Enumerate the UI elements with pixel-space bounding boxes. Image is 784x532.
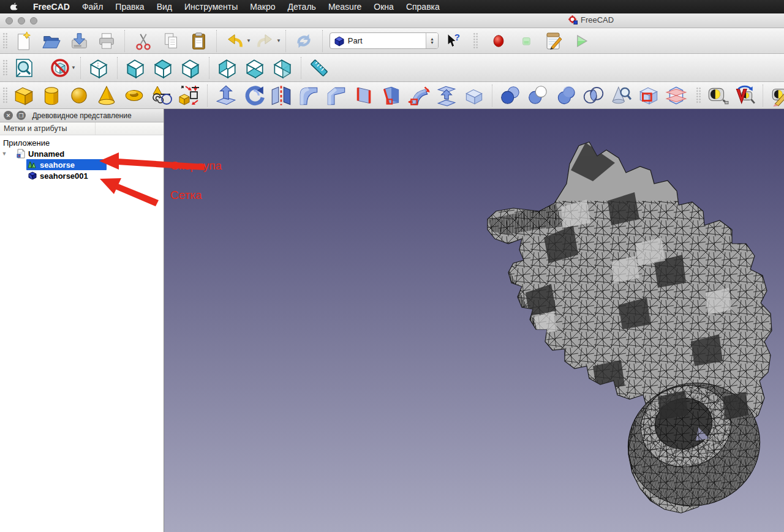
intersection-button[interactable] bbox=[579, 84, 607, 107]
boolean-button[interactable] bbox=[497, 84, 524, 107]
paste-button[interactable] bbox=[184, 29, 212, 53]
part-cylinder-button[interactable] bbox=[37, 84, 65, 107]
close-window-button[interactable] bbox=[6, 17, 13, 24]
copy-button[interactable] bbox=[157, 29, 184, 53]
part-sphere-button[interactable] bbox=[65, 84, 92, 107]
tree-root-application[interactable]: Приложение bbox=[0, 137, 164, 148]
draw-style-dropdown-arrow[interactable]: ▼ bbox=[71, 65, 76, 70]
toolbar-grip[interactable] bbox=[696, 87, 701, 104]
menu-help[interactable]: Справка bbox=[400, 0, 446, 13]
panel-float-icon[interactable]: ❐ bbox=[17, 111, 26, 120]
part-box-button[interactable] bbox=[10, 84, 37, 107]
tree-column-header[interactable]: Метки и атрибуты bbox=[0, 122, 164, 135]
macro-record-icon bbox=[489, 32, 508, 50]
cut-button[interactable] bbox=[129, 29, 157, 53]
new-document-button[interactable] bbox=[10, 29, 37, 53]
measure-annotation-button[interactable] bbox=[767, 84, 784, 107]
tree-item-seahorse[interactable]: seahorse bbox=[0, 159, 164, 170]
freecad-logo-icon bbox=[568, 15, 578, 24]
expander-icon[interactable]: ▼ bbox=[0, 151, 9, 157]
menu-part[interactable]: Деталь bbox=[282, 0, 322, 13]
view-top-button[interactable] bbox=[149, 56, 177, 80]
workbench-stepper[interactable]: ▲▼ bbox=[426, 33, 438, 48]
menu-file[interactable]: Файл bbox=[76, 0, 109, 13]
view-rear-button[interactable] bbox=[214, 56, 241, 80]
workbench-selector[interactable]: Part ▲▼ bbox=[330, 32, 439, 49]
menu-tools[interactable]: Инструменты bbox=[178, 0, 244, 13]
sweep-icon bbox=[407, 84, 431, 107]
minimize-window-button[interactable] bbox=[18, 17, 25, 24]
toolbar-grip[interactable] bbox=[2, 59, 7, 77]
mirror-button[interactable] bbox=[267, 84, 295, 107]
shape-builder-button[interactable] bbox=[175, 84, 203, 107]
check-geometry-button[interactable] bbox=[607, 84, 635, 107]
draw-style-button[interactable] bbox=[46, 56, 74, 80]
view-right-button[interactable] bbox=[177, 56, 205, 80]
view-bottom-button[interactable] bbox=[241, 56, 269, 80]
window-title-bar: FreeCAD bbox=[0, 13, 784, 28]
svg-text:?: ? bbox=[454, 32, 459, 42]
undo-dropdown-arrow[interactable]: ▼ bbox=[246, 38, 251, 43]
part-primitives-button[interactable] bbox=[148, 84, 175, 107]
extrude-button[interactable] bbox=[212, 84, 239, 107]
toolbar-grip[interactable] bbox=[473, 32, 478, 50]
view-left-button[interactable] bbox=[269, 56, 296, 80]
defeaturing-button[interactable] bbox=[635, 84, 662, 107]
measure-toggle-button[interactable] bbox=[306, 56, 333, 80]
save-button[interactable] bbox=[65, 29, 92, 53]
offset-button[interactable] bbox=[460, 84, 488, 107]
revolve-button[interactable] bbox=[239, 84, 267, 107]
macro-record-button[interactable] bbox=[485, 29, 513, 53]
menu-macro[interactable]: Макро bbox=[244, 0, 281, 13]
open-button[interactable] bbox=[37, 29, 65, 53]
ruled-surface-icon bbox=[380, 84, 403, 107]
defeaturing-icon bbox=[637, 84, 660, 107]
menu-freecad[interactable]: FreeCAD bbox=[27, 0, 76, 13]
measure-linear-button[interactable] bbox=[703, 84, 731, 107]
macro-edit-button[interactable] bbox=[540, 29, 568, 53]
undo-button[interactable] bbox=[221, 29, 249, 53]
panel-close-icon[interactable]: ✕ bbox=[4, 111, 13, 120]
ruler-icon bbox=[307, 56, 331, 80]
part-torus-button[interactable] bbox=[120, 84, 148, 107]
seahorse-label: seahorse bbox=[40, 160, 75, 170]
redo-dropdown-arrow[interactable]: ▼ bbox=[276, 38, 281, 43]
cross-sections-button[interactable] bbox=[662, 84, 690, 107]
tree-item-seahorse001[interactable]: seahorse001 bbox=[0, 170, 164, 181]
measure-angular-button[interactable] bbox=[731, 84, 758, 107]
zoom-window-button[interactable] bbox=[30, 17, 37, 24]
sweep-button[interactable] bbox=[405, 84, 432, 107]
cut-boolean-button[interactable] bbox=[524, 84, 552, 107]
apple-menu[interactable] bbox=[0, 2, 27, 12]
menu-windows[interactable]: Окна bbox=[368, 0, 400, 13]
view-front-button[interactable] bbox=[122, 56, 149, 80]
macro-execute-button[interactable] bbox=[568, 29, 595, 53]
view-axonometric-button[interactable] bbox=[85, 56, 113, 80]
ruled-surface-button[interactable] bbox=[377, 84, 405, 107]
fit-all-button[interactable] bbox=[10, 56, 37, 80]
toolbar-grip[interactable] bbox=[2, 87, 7, 104]
part-cone-button[interactable] bbox=[92, 84, 120, 107]
fillet-button[interactable] bbox=[295, 84, 322, 107]
menu-measure[interactable]: Measure bbox=[322, 0, 368, 13]
toolbar-grip[interactable] bbox=[2, 32, 7, 50]
menu-edit[interactable]: Правка bbox=[109, 0, 150, 13]
macro-stop-button[interactable] bbox=[513, 29, 540, 53]
union-button[interactable] bbox=[552, 84, 579, 107]
loft-button[interactable] bbox=[432, 84, 460, 107]
mesh-icon bbox=[28, 171, 37, 181]
check-geometry-icon bbox=[609, 84, 633, 107]
redo-button[interactable] bbox=[251, 29, 279, 53]
print-button[interactable] bbox=[92, 29, 120, 53]
whats-this-button[interactable]: ? bbox=[441, 29, 464, 53]
refresh-button[interactable] bbox=[290, 29, 318, 53]
window-title: FreeCAD bbox=[581, 15, 614, 24]
3d-viewport[interactable] bbox=[164, 109, 784, 532]
fillet-icon bbox=[297, 84, 320, 107]
make-face-button[interactable] bbox=[350, 84, 377, 107]
make-face-icon bbox=[352, 84, 375, 107]
toolbar-view: ▼ bbox=[0, 54, 784, 82]
tree-item-document[interactable]: ▼ Unnamed bbox=[0, 148, 164, 159]
chamfer-button[interactable] bbox=[322, 84, 350, 107]
menu-view[interactable]: Вид bbox=[151, 0, 178, 13]
